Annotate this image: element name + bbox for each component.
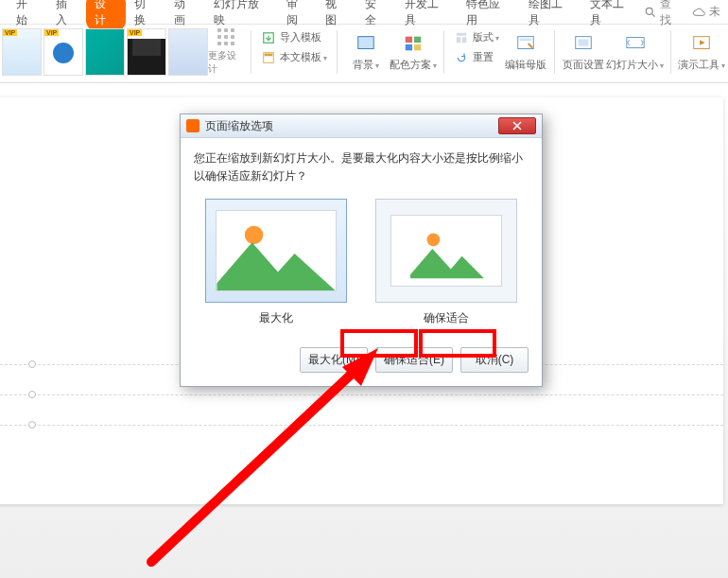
menu-insert[interactable]: 插入 [47,0,87,31]
svg-rect-16 [579,39,589,45]
option-maximize-preview[interactable] [205,199,347,303]
menu-dev-tools[interactable]: 开发工具 [396,0,458,31]
cloud-sync[interactable]: 未 [692,4,720,20]
svg-line-1 [651,13,654,16]
background-button[interactable]: 背景 [343,28,389,76]
landscape-icon [217,211,336,290]
menu-security[interactable]: 安全 [356,0,396,31]
menu-animation[interactable]: 动画 [165,0,205,31]
option-fit-label: 确保适合 [424,310,469,326]
option-fit-preview[interactable] [375,199,517,303]
svg-rect-9 [414,44,421,50]
more-designs-button[interactable]: 更多设计 [208,28,245,76]
this-template-button[interactable]: 本文模板 [261,50,327,64]
svg-rect-8 [406,44,412,50]
svg-rect-10 [457,32,467,35]
dialog-titlebar[interactable]: 页面缩放选项 [181,114,542,138]
template-thumb-4[interactable]: VIP [127,28,166,76]
reset-icon [454,51,469,64]
page-zoom-dialog: 页面缩放选项 您正在缩放到新幻灯片大小。是要最大化内容大小还是按比例缩小以确保适… [180,114,543,387]
template-icon [261,51,276,64]
presentation-tools-button[interactable]: 演示工具 [676,28,726,76]
app-icon [186,119,199,132]
template-thumb-5[interactable] [168,28,208,76]
play-icon [688,32,715,55]
option-maximize-label: 最大化 [259,310,293,326]
svg-rect-11 [457,37,461,43]
svg-point-0 [646,8,652,14]
menu-transition[interactable]: 切换 [126,0,165,31]
dialog-title-text: 页面缩放选项 [205,118,273,134]
svg-rect-7 [414,37,421,43]
template-gallery: VIP VIP VIP [2,28,208,76]
svg-rect-17 [627,38,644,48]
menu-bar: 开始 插入 设计 切换 动画 幻灯片放映 审阅 视图 安全 开发工具 特色应用 … [0,0,728,25]
menu-view[interactable]: 视图 [317,0,356,31]
page-setup-button[interactable]: 页面设置 [561,28,606,76]
cancel-button[interactable]: 取消(C) [460,347,529,373]
menu-drawing-tools[interactable]: 绘图工具 [520,0,581,31]
template-thumb-2[interactable]: VIP [43,28,83,76]
color-scheme-button[interactable]: 配色方案 [389,28,439,76]
ribbon-toolbar: VIP VIP VIP 更多设计 导入模板 本文模板 背景 配色方案 版式 [0,25,728,83]
svg-point-22 [427,234,441,247]
layout-icon [454,31,469,44]
import-template-button[interactable]: 导入模板 [261,30,321,44]
grid-icon [217,28,234,45]
palette-icon [400,32,426,55]
search-icon [644,6,657,19]
guide-handle[interactable] [28,360,36,368]
slide-size-icon [622,32,649,55]
menu-slideshow[interactable]: 幻灯片放映 [205,0,278,31]
guide-handle[interactable] [28,421,36,429]
cloud-icon [692,7,707,18]
maximize-button[interactable]: 最大化(M) [300,347,368,373]
menu-special-apps[interactable]: 特色应用 [458,0,519,31]
menu-review[interactable]: 审阅 [278,0,318,31]
search-button[interactable]: 查找 [644,0,683,28]
edit-master-button[interactable]: 编辑母版 [503,28,548,76]
landscape-icon [391,216,501,286]
page-setup-icon [570,32,597,55]
guide-handle[interactable] [28,391,36,398]
edit-master-icon [512,32,539,55]
svg-point-20 [245,226,264,245]
close-icon [511,121,523,131]
menu-design[interactable]: 设计 [86,0,126,31]
template-thumb-3[interactable] [85,28,125,76]
import-icon [261,31,276,44]
svg-rect-14 [520,39,532,42]
svg-rect-5 [357,37,373,49]
svg-rect-12 [462,37,467,43]
svg-rect-4 [264,53,272,56]
slide-size-button[interactable]: 幻灯片大小 [606,28,664,76]
layout-button[interactable]: 版式 [454,30,499,44]
dialog-close-button[interactable] [498,117,536,134]
menu-text-tools[interactable]: 文本工具 [581,0,643,31]
reset-button[interactable]: 重置 [454,50,494,64]
background-icon [353,32,379,55]
dialog-message: 您正在缩放到新幻灯片大小。是要最大化内容大小还是按比例缩小以确保适应新幻灯片？ [194,149,529,185]
menu-start[interactable]: 开始 [8,0,47,31]
template-thumb-1[interactable]: VIP [2,28,42,76]
ensure-fit-button[interactable]: 确保适合(E) [375,347,453,373]
svg-rect-6 [406,37,412,43]
